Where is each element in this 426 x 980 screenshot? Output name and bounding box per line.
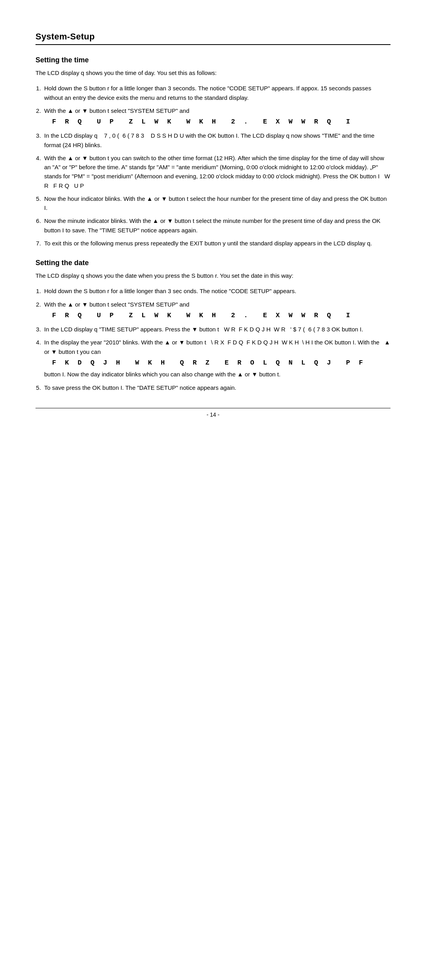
footer-page-number: - 14 - xyxy=(36,411,390,418)
step-time-5: Now the hour indicator blinks. With the … xyxy=(43,194,390,213)
section-time-intro: The LCD display q shows you the time of … xyxy=(36,68,390,77)
section-date-intro: The LCD display q shows you the date whe… xyxy=(36,271,390,280)
step-date-4: In the display the year "2010" blinks. W… xyxy=(43,338,390,379)
step-time-7-text: To exit this or the following menus pres… xyxy=(44,240,372,247)
step-date-4-text2: button I. Now the day indicator blinks w… xyxy=(44,371,280,378)
page-title: System-Setup xyxy=(36,32,390,42)
step-date-3: In the LCD display q "TIME SETUP" appear… xyxy=(43,325,390,334)
step-time-3: In the LCD display q 7 , 0 ( 6 ( 7 8 3 D… xyxy=(43,131,390,150)
step-time-1: Hold down the S button r for a little lo… xyxy=(43,84,390,102)
footer-divider xyxy=(36,408,390,408)
step-time-2-text: With the ▲ or ▼ button t select "SYSTEM … xyxy=(44,107,189,114)
step-time-6-text: Now the minute indicator blinks. With th… xyxy=(44,217,381,233)
step-date-3-text: In the LCD display q "TIME SETUP" appear… xyxy=(44,326,363,333)
step-date-5-text: To save press the OK button I. The "DATE… xyxy=(44,384,236,391)
step-time-6: Now the minute indicator blinks. With th… xyxy=(43,216,390,235)
section-date-steps: Hold down the S button r for a little lo… xyxy=(36,286,390,392)
step-date-2-mono: F R Q U P Z L W K W K H 2 . E X W W R Q … xyxy=(44,310,390,321)
step-time-7: To exit this or the following menus pres… xyxy=(43,239,390,248)
step-time-1-text: Hold down the S button r for a little lo… xyxy=(44,85,371,101)
step-time-4: With the ▲ or ▼ button t you can switch … xyxy=(43,153,390,190)
step-date-1-text: Hold down the S button r for a little lo… xyxy=(44,288,296,294)
section-date-title: Setting the date xyxy=(36,259,390,267)
title-divider xyxy=(36,44,390,45)
step-time-3-text: In the LCD display q 7 , 0 ( 6 ( 7 8 3 D… xyxy=(44,132,374,148)
step-date-2: With the ▲ or ▼ button t select "SYSTEM … xyxy=(43,300,390,321)
step-time-4-text: With the ▲ or ▼ button t you can switch … xyxy=(44,155,390,189)
step-date-5: To save press the OK button I. The "DATE… xyxy=(43,383,390,392)
step-date-2-text: With the ▲ or ▼ button t select "SYSTEM … xyxy=(44,301,189,308)
step-time-5-text: Now the hour indicator blinks. With the … xyxy=(44,195,387,211)
step-date-4-mono: F K D Q J H W K H Q R Z E R O L Q N L Q … xyxy=(44,358,390,368)
step-time-2-mono: F R Q U P Z L W K W K H 2 . E X W W R Q … xyxy=(44,117,390,127)
step-time-2: With the ▲ or ▼ button t select "SYSTEM … xyxy=(43,106,390,127)
step-date-4-text: In the display the year "2010" blinks. W… xyxy=(44,339,390,355)
step-date-1: Hold down the S button r for a little lo… xyxy=(43,286,390,295)
section-time-title: Setting the time xyxy=(36,56,390,64)
section-time-steps: Hold down the S button r for a little lo… xyxy=(36,84,390,248)
